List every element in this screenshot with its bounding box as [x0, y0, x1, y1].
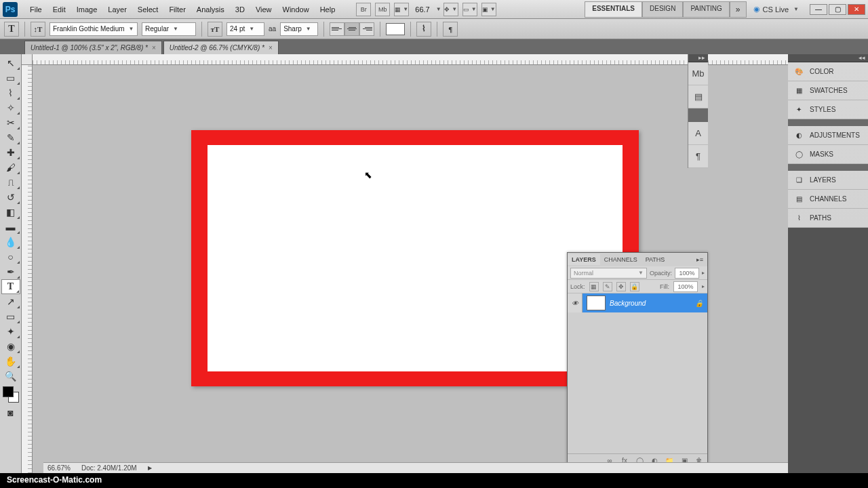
layer-thumbnail[interactable] — [587, 296, 606, 310]
cs-live[interactable]: ◉ CS Live ▼ — [747, 5, 806, 14]
hand-tool-icon[interactable]: ✥▼ — [443, 3, 458, 16]
menu-window[interactable]: Window — [277, 3, 315, 16]
minibridge-icon[interactable]: Mb — [375, 3, 390, 16]
canvas-area[interactable]: ⬉ ▸▸ Mb ▤ A ¶ LAYERS CHANNELS PATHS ▸≡ — [22, 54, 788, 473]
menu-select[interactable]: Select — [132, 3, 164, 16]
3d-camera-tool[interactable]: ◉ — [1, 339, 20, 354]
screen-mode-icon[interactable]: ▣▼ — [481, 3, 496, 16]
minimize-button[interactable]: — — [810, 4, 827, 15]
font-family-dropdown[interactable]: Franklin Gothic Medium▼ — [50, 22, 138, 36]
channels-tab[interactable]: CHANNELS — [600, 254, 642, 265]
paragraph-icon[interactable]: ¶ — [688, 145, 708, 168]
3d-tool[interactable]: ✦ — [1, 324, 20, 339]
adjustments-panel-button[interactable]: ◐ADJUSTMENTS — [788, 126, 868, 145]
eyedropper-tool[interactable]: ✎ — [1, 130, 20, 145]
move-tool[interactable]: ↖ — [1, 56, 20, 70]
align-right-button[interactable] — [359, 22, 374, 36]
quickmask-tool[interactable]: ◙ — [1, 405, 20, 420]
document-tab-1[interactable]: Untitled-1 @ 100% (3.5" x 2", RGB/8) * × — [24, 41, 162, 54]
canvas-content[interactable] — [208, 145, 623, 371]
zoom-tool[interactable]: 🔍 — [1, 369, 20, 384]
paths-panel-button[interactable]: ⌇PATHS — [788, 209, 868, 228]
lock-transparency-icon[interactable]: ▦ — [589, 282, 599, 291]
close-icon[interactable]: × — [269, 44, 273, 52]
minibridge-panel-icon[interactable]: Mb — [688, 62, 708, 85]
crop-tool[interactable]: ✂ — [1, 115, 20, 130]
character-icon[interactable]: A — [688, 122, 708, 145]
blur-tool[interactable]: 💧 — [1, 235, 20, 249]
hand-tool[interactable]: ✋ — [1, 354, 20, 369]
align-center-button[interactable] — [344, 22, 359, 36]
antialias-dropdown[interactable]: Sharp▼ — [280, 22, 318, 36]
wand-tool[interactable]: ✧ — [1, 100, 20, 115]
text-tool-icon[interactable]: T — [4, 22, 19, 37]
bridge-icon[interactable]: Br — [356, 3, 371, 16]
fill-field[interactable]: 100% — [673, 281, 698, 292]
menu-filter[interactable]: Filter — [163, 3, 191, 16]
history-panel-icon[interactable]: ▤ — [688, 85, 708, 108]
lock-all-icon[interactable]: 🔒 — [630, 282, 639, 291]
visibility-icon[interactable]: 👁 — [568, 293, 583, 312]
zoom-level[interactable]: 66.7 — [411, 5, 433, 14]
layers-panel-button[interactable]: ❏LAYERS — [788, 171, 868, 190]
character-panel-icon[interactable]: ¶ — [443, 22, 458, 37]
lock-pixels-icon[interactable]: ✎ — [603, 282, 612, 291]
layers-tab[interactable]: LAYERS — [568, 254, 600, 265]
warp-text-icon[interactable]: ⌇ — [416, 22, 431, 37]
color-picker[interactable] — [3, 386, 19, 403]
menu-help[interactable]: Help — [315, 3, 341, 16]
workspace-painting[interactable]: PAINTING — [683, 1, 729, 18]
panel-menu-icon[interactable]: ▸≡ — [692, 254, 707, 265]
brush-tool[interactable]: 🖌 — [1, 160, 20, 175]
history-brush-tool[interactable]: ↺ — [1, 190, 20, 205]
view-extras-icon[interactable]: ▦▼ — [394, 3, 409, 16]
layers-list[interactable]: 👁 Background 🔒 — [568, 293, 707, 453]
close-icon[interactable]: × — [152, 44, 156, 52]
swatches-panel-button[interactable]: ▦SWATCHES — [788, 81, 868, 100]
dock-collapse-icon[interactable]: ▸▸ — [688, 54, 708, 62]
menu-3d[interactable]: 3D — [230, 3, 250, 16]
blend-mode-dropdown[interactable]: Normal▼ — [570, 268, 647, 279]
status-doc[interactable]: Doc: 2.40M/1.20M — [81, 464, 137, 472]
workspace-more[interactable]: » — [730, 1, 747, 18]
close-button[interactable]: ✕ — [848, 4, 865, 15]
status-zoom[interactable]: 66.67% — [47, 464, 71, 472]
ruler-origin[interactable] — [22, 54, 33, 65]
font-weight-dropdown[interactable]: Regular▼ — [142, 22, 196, 36]
lasso-tool[interactable]: ⌇ — [1, 85, 20, 100]
align-left-button[interactable] — [330, 22, 344, 36]
menu-image[interactable]: Image — [71, 3, 103, 16]
ruler-horizontal[interactable] — [33, 54, 788, 65]
menu-file[interactable]: File — [24, 3, 47, 16]
workspace-design[interactable]: DESIGN — [642, 1, 683, 18]
menu-analysis[interactable]: Analysis — [191, 3, 230, 16]
maximize-button[interactable]: ▢ — [829, 4, 846, 15]
eraser-tool[interactable]: ◧ — [1, 205, 20, 220]
ruler-vertical[interactable] — [22, 65, 33, 473]
gradient-tool[interactable]: ▬ — [1, 220, 20, 235]
shape-tool[interactable]: ▭ — [1, 309, 20, 324]
paths-tab[interactable]: PATHS — [642, 254, 669, 265]
menu-view[interactable]: View — [250, 3, 277, 16]
channels-panel-button[interactable]: ▤CHANNELS — [788, 190, 868, 209]
marquee-tool[interactable]: ▭ — [1, 70, 20, 85]
text-color-swatch[interactable] — [386, 23, 405, 35]
text-orientation-icon[interactable]: ↕T — [31, 22, 45, 37]
stamp-tool[interactable]: ⎍ — [1, 175, 20, 190]
lock-position-icon[interactable]: ✥ — [616, 282, 626, 291]
type-tool[interactable]: T — [1, 279, 20, 294]
dock-collapse-icon[interactable]: ◂◂ — [788, 54, 868, 62]
arrange-icon[interactable]: ▭▼ — [462, 3, 477, 16]
dodge-tool[interactable]: ○ — [1, 249, 20, 264]
healing-tool[interactable]: ✚ — [1, 145, 20, 160]
masks-panel-button[interactable]: ◯MASKS — [788, 145, 868, 164]
font-size-dropdown[interactable]: 24 pt▼ — [226, 22, 264, 36]
document-tab-2[interactable]: Untitled-2 @ 66.7% (CMYK/8) * × — [163, 41, 279, 54]
styles-panel-button[interactable]: ✦STYLES — [788, 100, 868, 119]
menu-layer[interactable]: Layer — [102, 3, 132, 16]
color-panel-button[interactable]: 🎨COLOR — [788, 62, 868, 81]
workspace-essentials[interactable]: ESSENTIALS — [585, 1, 642, 18]
layer-row-background[interactable]: 👁 Background 🔒 — [568, 293, 707, 312]
opacity-field[interactable]: 100% — [675, 268, 699, 279]
path-tool[interactable]: ↗ — [1, 294, 20, 309]
